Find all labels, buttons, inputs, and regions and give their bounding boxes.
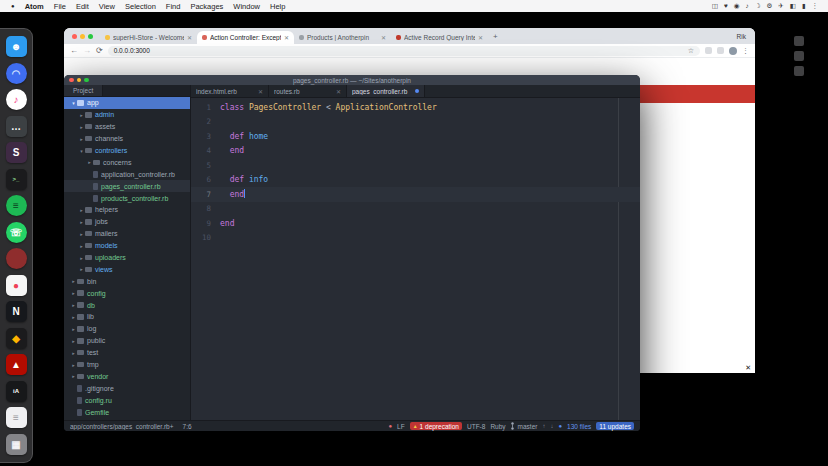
record-icon[interactable]: ◉ [734, 3, 740, 10]
tree-item-vendor[interactable]: ▸vendor [64, 370, 190, 382]
browser-tab[interactable]: Products | Anotherpin✕ [294, 31, 391, 44]
tree-item-mailers[interactable]: ▸mailers [64, 228, 190, 240]
desktop-thumbnail-icon[interactable] [794, 51, 804, 61]
more-icon[interactable]: ⋮ [812, 3, 819, 10]
browser-tab[interactable]: Action Controller: Exceptio...✕ [197, 31, 294, 44]
menu-selection[interactable]: Selection [120, 2, 161, 11]
tree-item-log[interactable]: ▸log [64, 323, 190, 335]
dock-icon-app-maroon[interactable] [6, 248, 27, 269]
profile-avatar[interactable] [729, 47, 737, 55]
address-bar[interactable]: 0.0.0.0:3000 ☆ [108, 46, 700, 56]
display-icon[interactable]: ◫ [712, 3, 718, 10]
dock-icon-ia-writer[interactable]: iA [6, 381, 27, 402]
close-window-button[interactable] [72, 34, 77, 39]
close-tab-icon[interactable]: ✕ [258, 88, 263, 95]
bookmark-star-icon[interactable]: ☆ [688, 47, 694, 55]
tree-item-bin[interactable]: ▸bin [64, 275, 190, 287]
desktop-thumbnail-icon[interactable] [794, 66, 804, 76]
tree-item-tmp[interactable]: ▸tmp [64, 359, 190, 371]
desktop-thumbnail-icon[interactable] [794, 36, 804, 46]
menu-file[interactable]: File [49, 2, 71, 11]
dock-icon-spotify[interactable]: ≡ [6, 195, 27, 216]
tree-item-lib[interactable]: ▸lib [64, 311, 190, 323]
heart-icon[interactable]: ♥ [724, 3, 728, 10]
dock-icon-notion[interactable]: N [6, 301, 27, 322]
deprecation-badge[interactable]: ▲ 1 deprecation [410, 422, 462, 430]
editor-tab[interactable]: index.html.erb✕ [191, 85, 269, 97]
status-grammar[interactable]: Ruby [490, 423, 505, 430]
dock-icon-messages[interactable]: … [6, 116, 27, 137]
status-encoding[interactable]: UTF-8 [467, 423, 485, 430]
dock-icon-notes[interactable]: ≡ [6, 407, 27, 428]
apple-logo[interactable]: ● [6, 3, 20, 9]
tree-item-db[interactable]: ▸db [64, 299, 190, 311]
dock-icon-sketch[interactable]: ◆ [6, 328, 27, 349]
status-cursor-position[interactable]: 7:6 [183, 423, 192, 430]
editor-tab[interactable]: routes.rb✕ [269, 85, 347, 97]
tree-item-test[interactable]: ▸test [64, 347, 190, 359]
menu-help[interactable]: Help [265, 2, 290, 11]
project-tab-label[interactable]: Project [64, 85, 103, 96]
editor-tab[interactable]: pages_controller.rb [347, 85, 425, 97]
menu-find[interactable]: Find [161, 2, 186, 11]
tree-item-controllers[interactable]: ▾controllers [64, 145, 190, 157]
close-tab-icon[interactable]: ✕ [284, 34, 289, 41]
tree-item-application-controller-rb[interactable]: application_controller.rb [64, 168, 190, 180]
close-tab-icon[interactable]: ✕ [381, 34, 386, 41]
airplane-icon[interactable]: ✈ [778, 3, 783, 10]
dock-icon-phone[interactable]: ☏ [6, 222, 27, 243]
tree-item-concerns[interactable]: ▸concerns [64, 156, 190, 168]
close-tab-icon[interactable]: ✕ [187, 34, 192, 41]
menu-window[interactable]: Window [228, 2, 265, 11]
modified-dot-icon[interactable] [415, 89, 419, 93]
tree-item-app[interactable]: ▾app [64, 97, 190, 109]
battery-icon[interactable]: ▮ [802, 3, 806, 10]
close-tab-icon[interactable]: ✕ [478, 34, 483, 41]
settings-icon[interactable]: ⚙ [766, 3, 772, 10]
browser-profile-name[interactable]: Rik [737, 33, 755, 40]
browser-tab[interactable]: Active Record Query Interfac...✕ [391, 31, 488, 44]
keyboard-icon[interactable]: ◧ [790, 3, 796, 10]
dock-icon-browser[interactable]: ◠ [6, 63, 27, 84]
extension-icon[interactable] [705, 47, 712, 54]
dock-icon-acrobat[interactable]: ▲ [6, 354, 27, 375]
dock-icon-finder[interactable]: ☻ [6, 36, 27, 57]
menu-view[interactable]: View [94, 2, 120, 11]
tree-item-config[interactable]: ▸config [64, 287, 190, 299]
updates-badge[interactable]: 11 updates [596, 422, 634, 430]
tree-item-uploaders[interactable]: ▸uploaders [64, 252, 190, 264]
menu-atom[interactable]: Atom [20, 2, 49, 11]
tree-item-channels[interactable]: ▸channels [64, 133, 190, 145]
dock-icon-trash[interactable]: ▦ [6, 434, 27, 455]
dock-icon-terminal[interactable]: >_ [6, 169, 27, 190]
tree-item-pages-controller-rb[interactable]: pages_controller.rb [64, 180, 190, 192]
dock-icon-music[interactable]: ♪ [6, 89, 27, 110]
forward-icon[interactable]: → [83, 47, 91, 55]
browser-menu-icon[interactable]: ⋮ [742, 47, 749, 55]
back-icon[interactable]: ← [70, 47, 78, 55]
music-icon[interactable]: ♪ [745, 3, 748, 10]
zoom-window-button[interactable] [88, 34, 93, 39]
status-files-count[interactable]: 130 files [567, 423, 591, 430]
minimize-window-button[interactable] [80, 34, 85, 39]
close-tab-icon[interactable]: ✕ [336, 88, 341, 95]
tree-item-public[interactable]: ▸public [64, 335, 190, 347]
tree-item-jobs[interactable]: ▸jobs [64, 216, 190, 228]
tree-item--gitignore[interactable]: .gitignore [64, 382, 190, 394]
menu-packages[interactable]: Packages [185, 2, 228, 11]
code-editor[interactable]: 1class PagesController < ApplicationCont… [191, 98, 640, 420]
tree-item-models[interactable]: ▸models [64, 240, 190, 252]
status-line-ending[interactable]: LF [397, 423, 405, 430]
tree-item-helpers[interactable]: ▸helpers [64, 204, 190, 216]
tree-item-views[interactable]: ▸views [64, 263, 190, 275]
tree-item-admin[interactable]: ▸admin [64, 109, 190, 121]
tree-item-products-controller-rb[interactable]: products_controller.rb [64, 192, 190, 204]
moon-icon[interactable]: ☽ [755, 3, 761, 10]
extension-icon[interactable] [717, 47, 724, 54]
new-tab-button[interactable]: + [493, 32, 498, 41]
browser-tab[interactable]: superHi-Store - Welcome: Ho...✕ [100, 31, 197, 44]
close-icon[interactable]: ✕ [745, 364, 751, 372]
git-branch[interactable]: master [511, 422, 538, 430]
dock-icon-slack[interactable]: S [6, 142, 27, 163]
menu-edit[interactable]: Edit [71, 2, 94, 11]
